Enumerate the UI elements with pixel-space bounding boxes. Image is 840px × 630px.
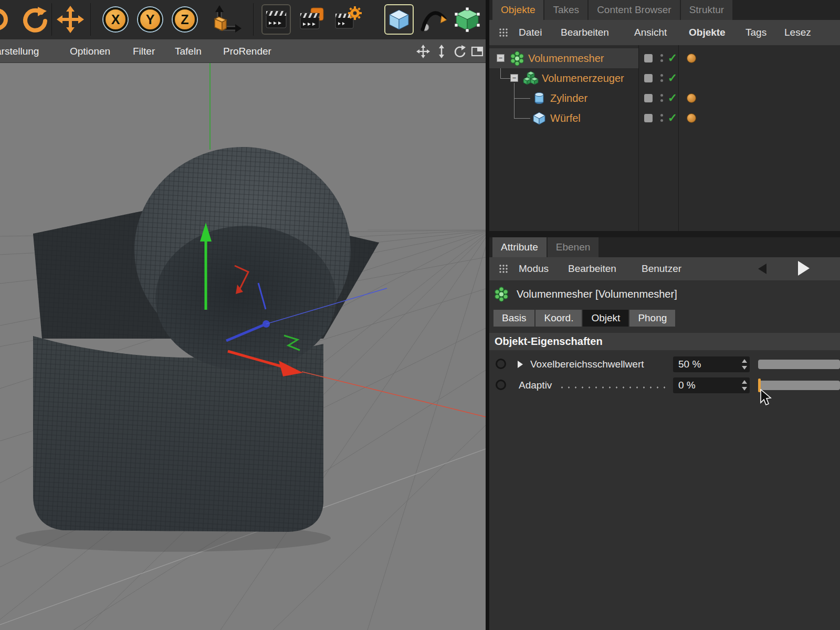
enabled-check-icon[interactable]: ✓: [667, 108, 678, 128]
object-title: Volumenmesher [Volumenmesher]: [517, 288, 677, 300]
axis-y-circle: Y: [138, 7, 162, 32]
panel-grid-icon[interactable]: [499, 28, 508, 37]
coordinate-system-icon[interactable]: [207, 4, 244, 35]
material-tag-icon[interactable]: [687, 54, 696, 63]
toolbar-separator: [51, 3, 52, 36]
render-settings-icon[interactable]: [333, 4, 362, 35]
am-menu-benutzer[interactable]: Benutzer: [642, 257, 681, 280]
pan-view-icon[interactable]: [416, 45, 430, 58]
rotate-tool-icon[interactable]: [20, 4, 49, 35]
object-name[interactable]: Volumenmesher: [528, 48, 604, 68]
value-stepper[interactable]: [741, 358, 748, 371]
layer-swatch[interactable]: [644, 114, 653, 122]
axis-z-lock-button[interactable]: Z: [170, 4, 200, 35]
table-row[interactable]: Zylinder ✓: [489, 88, 840, 108]
tab-basis[interactable]: Basis: [494, 310, 534, 327]
move-tool-icon[interactable]: [56, 4, 85, 35]
layer-swatch[interactable]: [644, 94, 653, 102]
visibility-dots[interactable]: [660, 94, 663, 104]
render-picture-viewer-icon[interactable]: [297, 4, 327, 35]
om-menu-ansicht[interactable]: Ansicht: [634, 20, 667, 45]
axis-x-label: X: [111, 12, 120, 27]
tab-phong[interactable]: Phong: [629, 310, 675, 327]
menu-tafeln[interactable]: Tafeln: [175, 39, 202, 63]
expand-toggle[interactable]: −: [497, 54, 505, 62]
om-menu-bearbeiten[interactable]: Bearbeiten: [561, 20, 609, 45]
axis-z-circle: Z: [173, 7, 197, 32]
axis-x-lock-button[interactable]: X: [101, 4, 130, 35]
move-arrows: [56, 5, 85, 34]
visibility-dots[interactable]: [660, 54, 663, 65]
history-forward-icon[interactable]: [798, 261, 810, 276]
tab-takes[interactable]: Takes: [544, 0, 587, 20]
viewport-canvas[interactable]: [0, 63, 486, 630]
history-back-icon[interactable]: [758, 264, 766, 274]
axis-y-label: Y: [146, 12, 155, 27]
enabled-check-icon[interactable]: ✓: [667, 48, 678, 68]
om-menu-datei[interactable]: Datei: [519, 20, 542, 45]
enabled-check-icon[interactable]: ✓: [667, 68, 678, 88]
panel-divider[interactable]: [486, 0, 489, 630]
value-stepper[interactable]: [741, 379, 748, 392]
om-menu-lesezeichen[interactable]: Lesez: [784, 20, 811, 45]
table-row[interactable]: Würfel ✓: [489, 108, 840, 128]
tab-koord[interactable]: Koord.: [536, 310, 582, 327]
model-mode-icon[interactable]: [384, 4, 414, 35]
volume-mesher-icon: [494, 286, 509, 302]
panel-splitter[interactable]: [489, 231, 840, 237]
attribute-manager-tabbar: Attribute Ebenen: [489, 237, 840, 257]
tab-objekt[interactable]: Objekt: [583, 310, 628, 327]
keyframe-circle[interactable]: [496, 380, 506, 390]
pen-spline-icon[interactable]: [418, 4, 447, 35]
om-menu-tags[interactable]: Tags: [746, 20, 766, 45]
volume-builder-icon: [523, 70, 539, 86]
main-toolbar: X Y Z: [0, 0, 486, 39]
om-menu-objekte[interactable]: Objekte: [689, 20, 726, 45]
menu-darstellung[interactable]: arstellung: [0, 39, 39, 63]
enabled-check-icon[interactable]: ✓: [667, 88, 678, 108]
cinema4d-window: X Y Z: [0, 0, 840, 630]
section-header[interactable]: Objekt-Eigenschaften: [489, 333, 840, 350]
am-menu-modus[interactable]: Modus: [519, 257, 549, 280]
am-menu-bearbeiten[interactable]: Bearbeiten: [568, 257, 616, 280]
axis-y-lock-button[interactable]: Y: [135, 4, 165, 35]
points-mode-icon[interactable]: [453, 4, 482, 35]
visibility-dots[interactable]: [660, 114, 663, 124]
tab-struktur[interactable]: Struktur: [681, 0, 733, 20]
expand-toggle[interactable]: −: [510, 74, 518, 82]
layer-swatch[interactable]: [644, 74, 653, 82]
expand-caret-icon[interactable]: [518, 361, 523, 368]
object-tree: − Volumenmesher ✓ −: [489, 45, 840, 231]
toolbar-separator: [90, 3, 91, 36]
object-name[interactable]: Zylinder: [550, 88, 587, 108]
table-row[interactable]: − Volumenmesher ✓: [489, 48, 840, 68]
object-name[interactable]: Würfel: [550, 108, 581, 128]
value-slider[interactable]: [758, 360, 840, 369]
table-row[interactable]: − Volumenerzeuger ✓: [489, 68, 840, 88]
tab-content-browser[interactable]: Content Browser: [589, 0, 680, 20]
tab-attribute[interactable]: Attribute: [492, 237, 547, 257]
tab-objekte[interactable]: Objekte: [492, 0, 543, 20]
toolbar-separator: [253, 3, 254, 36]
panel-grid-icon[interactable]: [499, 264, 508, 274]
rotate-view-icon[interactable]: [453, 45, 466, 58]
toggle-view-icon[interactable]: [470, 45, 484, 58]
zoom-view-icon[interactable]: [435, 45, 448, 58]
layer-swatch[interactable]: [644, 54, 653, 62]
axis-x-circle: X: [103, 7, 128, 32]
render-view-icon[interactable]: [261, 4, 291, 35]
material-tag-icon[interactable]: [687, 93, 696, 103]
visibility-dots[interactable]: [660, 74, 663, 85]
keyframe-circle[interactable]: [496, 359, 506, 369]
tab-ebenen[interactable]: Ebenen: [548, 237, 599, 257]
undo-arc: [0, 5, 12, 34]
value-text: 0 %: [678, 380, 696, 391]
menu-prorender[interactable]: ProRender: [223, 39, 271, 63]
value-field[interactable]: 50 %: [673, 356, 750, 372]
material-tag-icon[interactable]: [687, 113, 696, 123]
menu-optionen[interactable]: Optionen: [70, 39, 110, 63]
menu-filter[interactable]: Filter: [133, 39, 155, 63]
undo-partial-icon[interactable]: [0, 4, 12, 35]
object-name[interactable]: Volumenerzeuger: [542, 68, 624, 88]
value-field[interactable]: 0 %: [673, 377, 750, 393]
